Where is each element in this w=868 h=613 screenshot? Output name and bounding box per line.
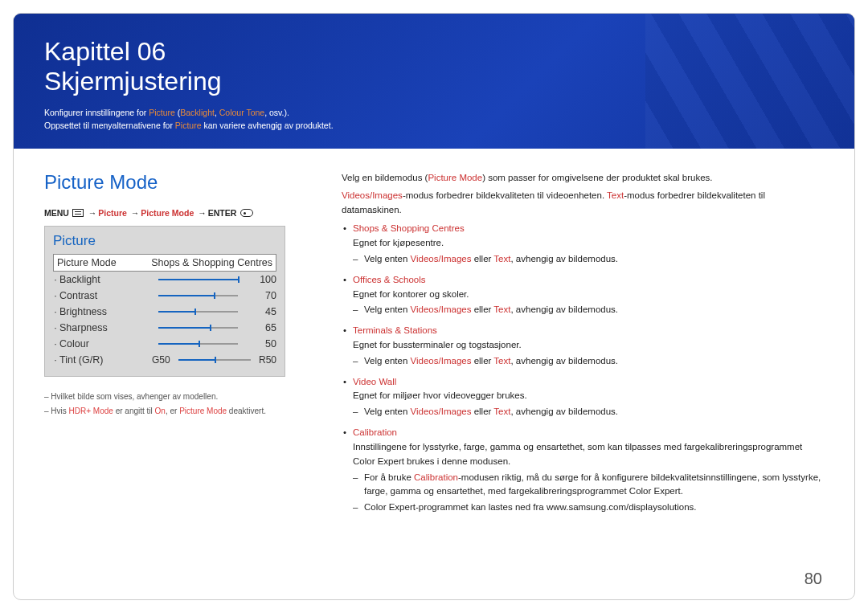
p2-vi: Videos/Images <box>342 190 403 200</box>
fn2-on: On <box>155 407 166 415</box>
enter-icon <box>240 209 253 217</box>
menu-path: MENU →Picture →Picture Mode →ENTER <box>44 208 309 218</box>
osd-row-value: 45 <box>244 306 276 317</box>
calibration-sub1: For å bruke Calibration-modusen riktig, … <box>353 471 824 500</box>
osd-row: ·Backlight100 <box>53 272 276 288</box>
osd-row-value: 50 <box>244 338 276 349</box>
fn2-pm: Picture Mode <box>179 407 227 415</box>
mode-item-line: Egnet for miljøer hvor videovegger bruke… <box>353 390 527 400</box>
arrow-icon: → <box>131 208 140 218</box>
osd-row-label: Brightness <box>59 306 152 317</box>
mode-item-line: Egnet for kjøpesentre. <box>353 238 444 247</box>
mode-list: Shops & Shopping CentresEgnet for kjøpes… <box>342 222 824 515</box>
osd-row-label: Sharpness <box>59 322 152 333</box>
path-picture-mode: Picture Mode <box>141 208 194 218</box>
mode-item-title: Offices & Schools <box>353 275 426 284</box>
p1-pre: Velg en bildemodus ( <box>342 173 428 182</box>
mode-item-title: Calibration <box>353 427 397 437</box>
mode-item-line: Innstillingene for lysstyrke, farge, gam… <box>353 442 802 466</box>
hero-banner: Kapittel 06 Skjermjustering Konfigurer i… <box>14 14 854 149</box>
right-p1: Velg en bildemodus (Picture Mode) som pa… <box>342 171 824 186</box>
left-column: Picture Mode MENU →Picture →Picture Mode… <box>44 171 309 521</box>
menu-grid-icon <box>72 209 84 217</box>
osd-row-value: 70 <box>244 290 276 301</box>
osd-tint-left: G50 <box>152 354 170 366</box>
fn2-hdr: HDR+ Mode <box>69 407 113 415</box>
arrow-icon: → <box>198 208 207 218</box>
mode-item: Offices & SchoolsEgnet for kontorer og s… <box>342 273 824 317</box>
p2-tx: Text <box>607 190 624 200</box>
osd-row-label: Contrast <box>59 290 152 301</box>
dot-icon: · <box>53 322 58 333</box>
page-number: 80 <box>805 570 822 588</box>
osd-title: Picture <box>53 233 276 249</box>
osd-row: ·Brightness45 <box>53 304 276 320</box>
chapter-title: Skjermjustering <box>44 67 824 96</box>
osd-selected-label: Picture Mode <box>57 257 145 268</box>
chapter-label: Kapittel 06 <box>44 38 824 66</box>
dot-icon: · <box>53 338 58 349</box>
osd-tint-right: R50 <box>259 354 276 366</box>
dot-icon: · <box>53 290 58 301</box>
mode-item: Video WallEgnet for miljøer hvor videove… <box>342 375 824 419</box>
osd-row: ·Sharpness65 <box>53 320 276 336</box>
osd-row-label: Colour <box>59 338 152 349</box>
mode-item-title: Video Wall <box>353 377 396 386</box>
fn2-mid2: , er <box>166 407 179 415</box>
right-p2: Videos/Images-modus forbedrer bildekvali… <box>342 189 824 218</box>
osd-preview: Picture Picture Mode Shops & Shopping Ce… <box>44 226 285 377</box>
mode-item-line: Egnet for bussterminaler og togstasjoner… <box>353 340 522 349</box>
mode-item-title: Terminals & Stations <box>353 325 437 335</box>
mode-item: Shops & Shopping CentresEgnet for kjøpes… <box>342 222 824 266</box>
osd-row-slider <box>158 327 238 329</box>
osd-row: ·Colour50 <box>53 336 276 352</box>
mode-item-title: Shops & Shopping Centres <box>353 223 465 233</box>
mode-item-line: Egnet for kontorer og skoler. <box>353 289 469 299</box>
fn2-end: deaktivert. <box>227 407 266 415</box>
hero-description: Konfigurer innstillingene for Picture (B… <box>44 107 824 133</box>
page-frame: Kapittel 06 Skjermjustering Konfigurer i… <box>13 13 855 600</box>
hero-desc2-pic: Picture <box>175 121 202 130</box>
mode-item-sub: Velg enten Videos/Images eller Text, avh… <box>353 354 824 369</box>
mode-item-sub: Velg enten Videos/Images eller Text, avh… <box>353 252 824 267</box>
osd-row-picture-mode: Picture Mode Shops & Shopping Centres <box>53 254 276 272</box>
section-title: Picture Mode <box>44 171 309 194</box>
p1-end: ) som passer for omgivelsene der produkt… <box>482 173 712 182</box>
footnote-2: Hvis HDR+ Mode er angitt til On, er Pict… <box>44 404 309 419</box>
menu-label: MENU <box>44 208 69 218</box>
p1-pm: Picture Mode <box>428 173 482 182</box>
mode-item-calibration: CalibrationInnstillingene for lysstyrke,… <box>342 426 824 515</box>
dot-icon: · <box>53 306 58 317</box>
osd-row-value: 100 <box>244 274 276 285</box>
hero-desc1-ct: Colour Tone <box>219 108 264 117</box>
mode-item: Terminals & StationsEgnet for busstermin… <box>342 324 824 368</box>
hero-desc2-pre: Oppsettet til menyalternativene for <box>44 121 175 130</box>
path-picture: Picture <box>98 208 127 218</box>
osd-row-slider <box>158 343 238 345</box>
fn2-pre: Hvis <box>51 407 68 415</box>
footnotes: Hvilket bilde som vises, avhenger av mod… <box>44 390 309 419</box>
osd-row-value: 65 <box>244 322 276 333</box>
osd-row-label: Backlight <box>59 274 152 285</box>
hero-desc1-end: , osv.). <box>264 108 289 117</box>
hero-desc2-end: kan variere avhengig av produktet. <box>202 121 334 130</box>
osd-row-slider <box>158 295 238 296</box>
footnote-1: Hvilket bilde som vises, avhenger av mod… <box>44 390 309 404</box>
p2-mid: -modus forbedrer bildekvaliteten til vid… <box>403 190 607 200</box>
arrow-icon: → <box>88 208 97 218</box>
fn2-mid: er angitt til <box>113 407 155 415</box>
mode-item-sub: Velg enten Videos/Images eller Text, avh… <box>353 303 824 317</box>
calibration-sub2: Color Expert-programmet kan lastes ned f… <box>353 501 824 515</box>
osd-row-tint: · Tint (G/R) G50 R50 <box>53 352 276 368</box>
mode-item-sub: Velg enten Videos/Images eller Text, avh… <box>353 405 824 419</box>
hero-desc1-backlight: Backlight <box>180 108 215 117</box>
hero-desc1-pic: Picture <box>149 108 175 117</box>
osd-row-slider <box>158 279 238 280</box>
right-column: Velg en bildemodus (Picture Mode) som pa… <box>342 171 824 521</box>
osd-selected-value: Shops & Shopping Centres <box>145 257 272 268</box>
enter-label: ENTER <box>208 208 237 218</box>
osd-tint-slider <box>178 359 251 361</box>
osd-row-slider <box>158 311 238 313</box>
dot-icon: · <box>53 274 58 285</box>
dot-icon: · <box>53 354 58 366</box>
